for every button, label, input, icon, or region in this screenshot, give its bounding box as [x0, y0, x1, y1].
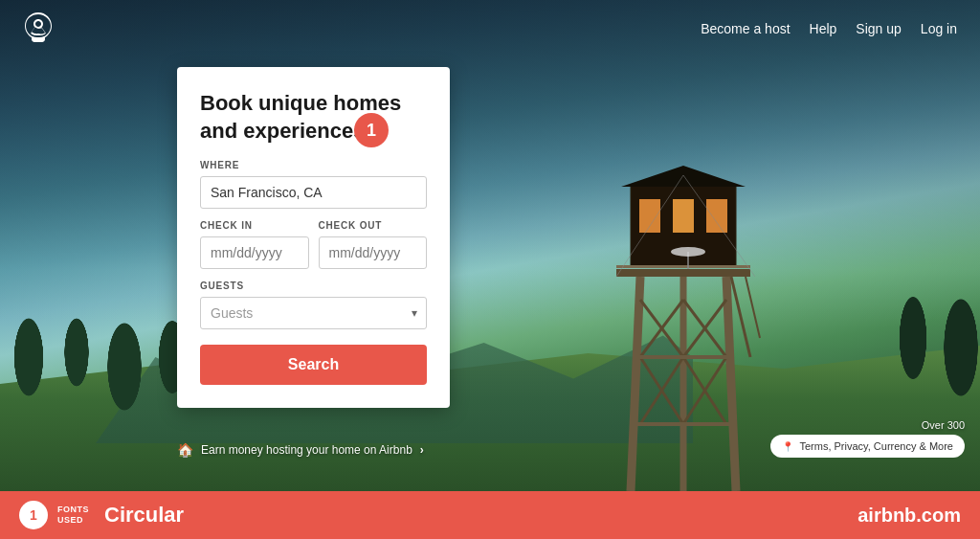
svg-rect-5: [616, 265, 750, 268]
bottom-widget: Over 300 📍 Terms, Privacy, Currency & Mo…: [770, 419, 965, 458]
svg-rect-4: [706, 199, 727, 233]
host-banner-text: Earn money hosting your home on Airbnb: [201, 443, 412, 457]
svg-rect-6: [616, 269, 750, 277]
svg-line-11: [726, 277, 736, 491]
where-label: WHERE: [200, 160, 427, 170]
search-button[interactable]: Search: [200, 345, 427, 385]
footer-badge: 1: [19, 501, 48, 529]
terms-label: Terms, Privacy, Currency & More: [799, 440, 953, 452]
host-banner-link[interactable]: ›: [420, 443, 424, 457]
help-link[interactable]: Help: [810, 21, 837, 36]
home-icon: 🏠: [177, 442, 193, 458]
svg-rect-2: [639, 199, 660, 233]
over-count-text: Over 300: [770, 419, 965, 431]
checkin-label: CHECK IN: [200, 220, 309, 231]
become-host-link[interactable]: Become a host: [701, 21, 790, 36]
fonts-used-label2: USED: [57, 515, 89, 526]
where-input[interactable]: [200, 176, 427, 209]
search-card: Book unique homes and experiences. WHERE…: [177, 67, 450, 408]
svg-line-23: [746, 277, 760, 338]
log-in-link[interactable]: Log in: [921, 21, 957, 36]
navbar: Become a host Help Sign up Log in: [0, 0, 980, 57]
location-icon: 📍: [782, 441, 793, 452]
host-banner: 🏠 Earn money hosting your home on Airbnb…: [177, 442, 424, 458]
guests-select[interactable]: Guests 1 guest 2 guests 3 guests 4 guest…: [200, 297, 427, 329]
svg-marker-1: [621, 166, 746, 187]
badge-1: 1: [354, 113, 389, 147]
tower: [597, 166, 769, 491]
checkout-label: CHECK OUT: [319, 220, 428, 231]
fonts-used-label: FONTS: [57, 505, 89, 515]
terms-button[interactable]: 📍 Terms, Privacy, Currency & More: [770, 435, 965, 458]
navbar-links: Become a host Help Sign up Log in: [701, 21, 957, 36]
checkout-input[interactable]: [319, 236, 428, 269]
guests-select-wrapper: Guests 1 guest 2 guests 3 guests 4 guest…: [200, 297, 427, 329]
hero-title: Book unique homes and experiences.: [200, 90, 427, 145]
footer-domain: airbnb.com: [858, 505, 961, 527]
footer-bar: 1 FONTS USED Circular airbnb.com: [0, 491, 980, 539]
svg-line-9: [631, 277, 640, 491]
checkin-input[interactable]: [200, 236, 309, 269]
sign-up-link[interactable]: Sign up: [856, 21, 901, 36]
font-name: Circular: [104, 503, 858, 528]
svg-point-8: [671, 247, 705, 257]
logo: [23, 11, 54, 46]
svg-rect-3: [673, 199, 694, 233]
guests-label: GUESTS: [200, 281, 427, 291]
